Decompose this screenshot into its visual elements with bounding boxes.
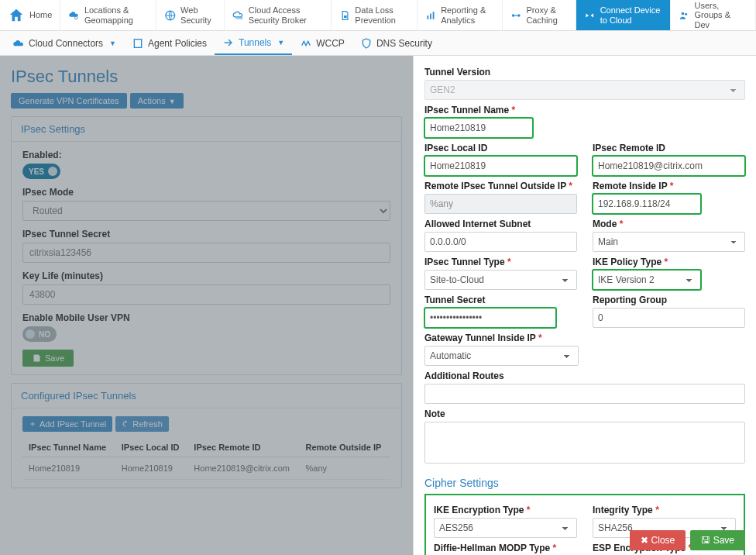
svg-rect-3 <box>344 16 347 18</box>
svg-point-8 <box>517 14 521 17</box>
note-label: Note <box>424 408 745 419</box>
mobile-vpn-toggle[interactable]: NO <box>22 326 57 342</box>
ipsec-settings-heading: IPsec Settings <box>12 117 401 142</box>
ipsec-mode-select[interactable]: Routed <box>22 201 390 221</box>
shield-icon <box>360 37 373 50</box>
close-button[interactable]: ✖ Close <box>630 530 686 550</box>
wccp-icon <box>300 37 312 50</box>
nav-home-label: Home <box>29 10 52 19</box>
enabled-toggle[interactable]: YES <box>22 164 60 179</box>
note-textarea[interactable] <box>424 422 745 464</box>
nav-locations[interactable]: Locations & Geomapping <box>60 0 156 30</box>
save-button[interactable]: Save <box>22 350 74 367</box>
nav-websec-label: Web Security <box>180 5 216 24</box>
subnav-tunnels-label: Tunnels <box>239 37 271 48</box>
subnav-dns[interactable]: DNS Security <box>352 31 440 55</box>
inside-ip-label: Remote Inside IP * <box>593 181 745 191</box>
plus-icon <box>29 420 36 428</box>
addl-routes-label: Additional Routes <box>424 371 745 381</box>
local-id-label: IPsec Local ID <box>424 143 577 153</box>
tunnel-version-select: GEN2 <box>424 80 745 100</box>
table-row[interactable]: Home210819 Home210819 Home210819@citrix.… <box>22 457 390 480</box>
ipsec-mode-label: IPsec Mode <box>22 187 390 198</box>
remote-id-input[interactable] <box>593 156 745 176</box>
subnav-cloud-connectors[interactable]: Cloud Connectors▼ <box>5 31 124 55</box>
refresh-button[interactable]: Refresh <box>115 416 169 432</box>
generate-vpn-button[interactable]: Generate VPN Certificates <box>11 93 127 109</box>
tunnel-type-select[interactable]: Site-to-Cloud <box>424 270 577 290</box>
nav-reporting[interactable]: Reporting & Analytics <box>418 0 503 30</box>
page-title: IPsec Tunnels <box>11 67 402 87</box>
document-lock-icon <box>339 7 351 24</box>
cell-remote: Home210819@citrix.com <box>187 457 299 480</box>
nav-casb-label: Cloud Access Security Broker <box>249 5 323 24</box>
nav-home[interactable]: Home <box>0 0 60 30</box>
subnav-wccp-label: WCCP <box>316 38 345 49</box>
cloud-lock-icon: CASB <box>232 7 244 24</box>
ike-enc-select[interactable]: AES256 <box>434 518 577 538</box>
keylife-input[interactable] <box>22 284 390 305</box>
nav-users[interactable]: Users, Groups & Dev <box>671 0 756 30</box>
nav-websec[interactable]: Web Security <box>156 0 225 30</box>
svg-rect-4 <box>427 16 428 19</box>
nav-proxy[interactable]: Proxy & Caching <box>503 0 576 30</box>
configured-heading: Configured IPsec Tunnels <box>12 384 401 408</box>
col-name[interactable]: IPsec Tunnel Name <box>22 438 115 457</box>
subnav-tunnels[interactable]: Tunnels▼ <box>215 31 292 55</box>
tunnel-name-label: IPsec Tunnel Name * <box>424 105 745 115</box>
save-icon <box>32 353 41 363</box>
add-tunnel-label: Add IPsec Tunnel <box>40 419 106 429</box>
col-outside[interactable]: Remote Outside IP <box>300 438 391 457</box>
col-remote[interactable]: IPsec Remote ID <box>187 438 299 457</box>
nav-connect-device[interactable]: Connect Device to Cloud <box>576 0 671 30</box>
enabled-label: Enabled: <box>22 150 390 160</box>
save-label: Save <box>45 353 64 363</box>
tunnel-type-label: IPsec Tunnel Type * <box>424 257 577 267</box>
subnav-cloud-label: Cloud Connectors <box>29 38 103 49</box>
top-nav: Home Locations & Geomapping Web Security… <box>0 0 756 31</box>
cell-outside: %any <box>300 457 391 480</box>
footer-save-button[interactable]: 🖫 Save <box>690 530 745 550</box>
tunnel-secret-label: Tunnel Secret <box>424 295 577 305</box>
right-form-pane: Tunnel Version GEN2 IPsec Tunnel Name * … <box>413 56 756 555</box>
nav-casb[interactable]: CASB Cloud Access Security Broker <box>225 0 332 30</box>
remote-id-label: IPsec Remote ID <box>593 143 745 153</box>
cloud-pin-icon <box>68 7 80 24</box>
mode-select[interactable]: Main <box>593 232 745 252</box>
ipsec-secret-input[interactable] <box>22 243 390 263</box>
svg-point-0 <box>75 16 78 19</box>
subnav-agent-policies[interactable]: Agent Policies <box>124 31 215 55</box>
left-pane: IPsec Tunnels Generate VPN Certificates … <box>0 56 413 555</box>
sub-nav: Cloud Connectors▼ Agent Policies Tunnels… <box>0 31 756 56</box>
inside-ip-input[interactable] <box>593 194 701 214</box>
svg-rect-5 <box>430 13 431 19</box>
tunnel-name-input[interactable] <box>424 118 533 138</box>
footer-save-label: Save <box>713 535 734 546</box>
subnav-wccp[interactable]: WCCP <box>292 31 352 55</box>
subnet-label: Allowed Internet Subnet <box>424 219 577 229</box>
nav-dlp[interactable]: Data Loss Prevention <box>332 0 418 30</box>
cipher-heading: Cipher Settings <box>424 477 745 489</box>
subnav-agent-label: Agent Policies <box>148 38 207 49</box>
local-id-input[interactable] <box>424 156 577 176</box>
ike-policy-select[interactable]: IKE Version 2 <box>593 270 701 290</box>
gw-inside-select[interactable]: Automatic <box>424 346 579 366</box>
nav-connect-label: Connect Device to Cloud <box>600 5 662 24</box>
chart-icon <box>425 7 437 24</box>
svg-point-10 <box>685 12 687 15</box>
policy-icon <box>132 37 144 50</box>
add-tunnel-button[interactable]: Add IPsec Tunnel <box>22 416 112 432</box>
configured-tunnels-panel: Configured IPsec Tunnels Add IPsec Tunne… <box>11 383 402 488</box>
col-local[interactable]: IPsec Local ID <box>115 438 188 457</box>
addl-routes-input[interactable] <box>424 384 745 404</box>
enabled-value: YES <box>29 167 44 176</box>
actions-button[interactable]: Actions▼ <box>130 93 184 109</box>
mode-label: Mode * <box>593 219 745 229</box>
users-icon <box>679 7 690 24</box>
reporting-input[interactable] <box>593 308 745 328</box>
ipsec-secret-label: IPsec Tunnel Secret <box>22 229 390 240</box>
svg-rect-6 <box>432 12 434 19</box>
tunnel-secret-input[interactable] <box>424 308 556 328</box>
subnet-input[interactable] <box>424 232 577 252</box>
ike-enc-label: IKE Encryption Type * <box>434 505 577 515</box>
